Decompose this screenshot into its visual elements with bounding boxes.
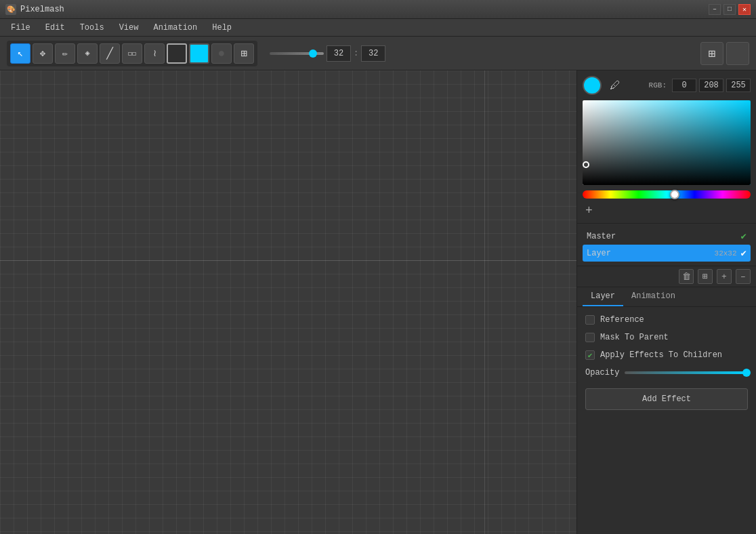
apply-effects-row: ✔ Apply Effects To Children (585, 349, 748, 361)
color-swatch[interactable] (583, 76, 602, 95)
apply-effects-checkbox[interactable]: ✔ (585, 350, 595, 360)
fill-tool-button[interactable]: ◈ (77, 43, 98, 64)
line-tool-button[interactable]: ╱ (100, 43, 120, 64)
size-slider-thumb (309, 49, 317, 58)
maximize-button[interactable]: □ (723, 4, 736, 15)
tab-layer[interactable]: Layer (583, 287, 623, 306)
opacity-label: Opacity (585, 368, 619, 377)
menu-help[interactable]: Help (205, 22, 238, 34)
layer-label: Layer (587, 249, 711, 258)
grid-view-button[interactable]: ⊞ (700, 42, 723, 65)
mask-checkbox[interactable] (585, 333, 595, 342)
canvas-grid (0, 70, 576, 534)
move-tool-button[interactable]: ✥ (33, 43, 53, 64)
color-top: 🖊 RGB: (583, 76, 751, 95)
pencil-tool-button[interactable]: ✏ (55, 43, 75, 64)
size-height-input[interactable] (361, 45, 385, 62)
red-input[interactable] (672, 79, 696, 92)
circle-tool-button[interactable]: ● (211, 43, 232, 64)
reference-label: Reference (600, 315, 644, 325)
hue-slider-thumb (670, 190, 679, 199)
master-layer-label: Master (587, 232, 737, 241)
layers-section: Master ✔ Layer 32x32 ✔ (577, 224, 756, 266)
reference-checkbox[interactable] (585, 315, 595, 325)
menu-tools[interactable]: Tools (73, 22, 111, 34)
grid-tool-button[interactable]: ⊞ (234, 43, 254, 64)
remove-layer-button[interactable]: – (736, 269, 751, 284)
tab-animation[interactable]: Animation (623, 287, 684, 306)
opacity-row: Opacity (585, 368, 748, 377)
color-tool-button[interactable] (189, 43, 209, 64)
canvas-divider-horizontal (0, 260, 576, 261)
main-area: 🖊 RGB: + (0, 70, 756, 534)
blue-input[interactable] (726, 79, 751, 92)
rgb-inputs (672, 79, 751, 92)
eraser-tool-button[interactable]: ◻◻ (122, 43, 142, 64)
size-slider[interactable] (270, 52, 324, 55)
color-section: 🖊 RGB: + (577, 70, 756, 224)
tool-group-main: ↖ ✥ ✏ ◈ ╱ ◻◻ ≀ ● ⊞ (7, 41, 257, 66)
color-gradient-inner (583, 100, 751, 185)
canvas-divider-vertical (484, 70, 485, 534)
select-tool-button[interactable]: ↖ (10, 43, 30, 64)
menu-file[interactable]: File (4, 22, 37, 34)
menu-edit[interactable]: Edit (39, 22, 72, 34)
size-separator: : (354, 49, 358, 58)
opacity-slider[interactable] (625, 371, 748, 374)
delete-layer-button[interactable]: 🗑 (679, 269, 694, 284)
add-layer-button[interactable]: + (717, 269, 732, 284)
close-button[interactable]: ✕ (738, 4, 751, 15)
gradient-cursor (583, 161, 589, 168)
mask-label: Mask To Parent (600, 333, 669, 342)
size-width-input[interactable] (327, 45, 351, 62)
rgb-label: RGB: (649, 81, 667, 89)
distribute-layer-button[interactable]: ⊞ (698, 269, 713, 284)
apply-effects-label: Apply Effects To Children (600, 350, 722, 360)
color-gradient-picker[interactable] (583, 100, 751, 185)
green-input[interactable] (699, 79, 723, 92)
canvas-area[interactable] (0, 70, 576, 534)
layer-size: 32x32 (715, 249, 737, 258)
layer-toolbar: 🗑 ⊞ + – (577, 266, 756, 287)
layer-check: ✔ (741, 247, 747, 259)
app-title: Pixelmash (20, 5, 709, 14)
window-controls: – □ ✕ (709, 4, 751, 15)
master-layer-row[interactable]: Master ✔ (583, 228, 751, 245)
right-panel: 🖊 RGB: + (576, 70, 756, 534)
panel-tabs: Layer Animation (577, 287, 756, 307)
brush-tool-button[interactable]: ≀ (144, 43, 165, 64)
eyedropper-button[interactable]: 🖊 (607, 77, 623, 94)
add-color-button[interactable]: + (583, 204, 595, 218)
opacity-thumb (742, 369, 751, 377)
menu-view[interactable]: View (112, 22, 146, 34)
menu-animation[interactable]: Animation (146, 22, 204, 34)
layer-row[interactable]: Layer 32x32 ✔ (583, 245, 751, 262)
app-icon: 🎨 (5, 4, 16, 15)
title-bar: 🎨 Pixelmash – □ ✕ (0, 0, 756, 19)
panel-content: Reference Mask To Parent ✔ Apply Effects… (577, 307, 756, 534)
view-toggle-button[interactable] (726, 42, 749, 65)
hue-slider[interactable] (583, 190, 751, 199)
menu-bar: File Edit Tools View Animation Help (0, 19, 756, 37)
color-gradient-overlay (583, 100, 751, 185)
master-layer-check: ✔ (741, 230, 747, 242)
rect-tool-button[interactable] (167, 43, 187, 64)
mask-row: Mask To Parent (585, 331, 748, 344)
reference-row: Reference (585, 314, 748, 326)
toolbar: ↖ ✥ ✏ ◈ ╱ ◻◻ ≀ ● ⊞ : ⊞ (0, 37, 756, 70)
add-effect-button[interactable]: Add Effect (585, 388, 748, 410)
minimize-button[interactable]: – (709, 4, 721, 15)
